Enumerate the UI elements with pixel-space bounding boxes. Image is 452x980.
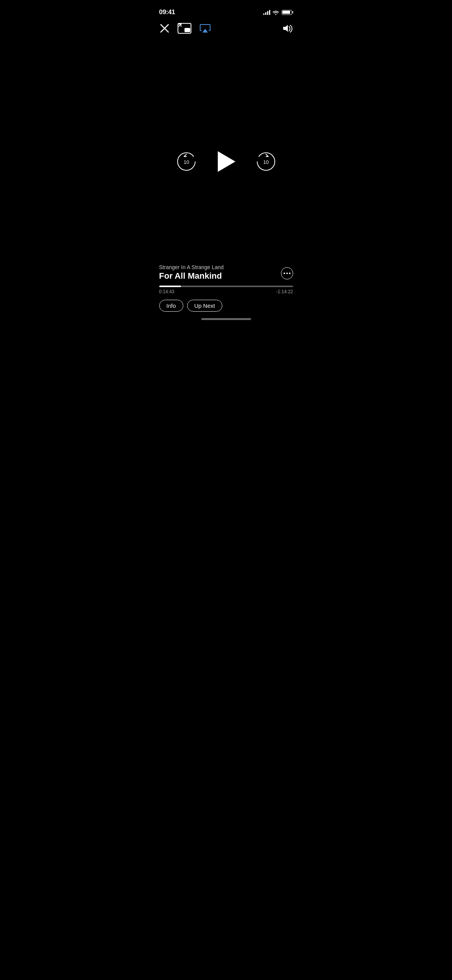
play-button[interactable] [215,151,237,172]
svg-point-12 [284,273,285,274]
wifi-icon [273,10,279,15]
svg-point-13 [286,273,288,274]
svg-marker-9 [218,151,235,172]
svg-rect-3 [184,28,190,32]
close-button[interactable] [159,23,170,34]
more-options-button[interactable] [281,267,293,279]
action-buttons: Info Up Next [159,300,293,312]
remaining-time: -1:14:22 [276,289,293,294]
bottom-section: Stranger In A Strange Land For All Manki… [152,264,301,323]
progress-fill [159,286,181,287]
progress-track[interactable] [159,286,293,287]
info-button[interactable]: Info [159,300,183,312]
rewind-button[interactable]: 10 [176,152,196,172]
status-bar: 09:41 [152,0,301,19]
airplay-button[interactable] [199,23,211,34]
svg-marker-6 [283,25,288,32]
svg-text:10: 10 [263,159,268,165]
svg-point-14 [289,273,290,274]
home-indicator [201,318,251,320]
playback-controls: 10 10 [176,151,276,172]
top-controls [152,19,301,38]
pip-button[interactable] [178,23,191,34]
status-time: 09:41 [159,8,175,16]
forward-button[interactable]: 10 [256,152,276,172]
episode-text: Stranger In A Strange Land For All Manki… [159,264,224,281]
status-icons [263,10,293,15]
show-title: For All Mankind [159,271,224,281]
up-next-button[interactable]: Up Next [187,300,222,312]
battery-icon [282,10,293,15]
volume-button[interactable] [282,24,293,33]
current-time: 0:14:43 [159,289,175,294]
time-labels: 0:14:43 -1:14:22 [159,289,293,294]
signal-bars-icon [263,10,270,15]
svg-text:10: 10 [183,159,189,165]
svg-marker-5 [202,29,208,33]
episode-title: Stranger In A Strange Land [159,264,224,270]
progress-container[interactable]: 0:14:43 -1:14:22 [159,286,293,294]
episode-info: Stranger In A Strange Land For All Manki… [159,264,293,281]
